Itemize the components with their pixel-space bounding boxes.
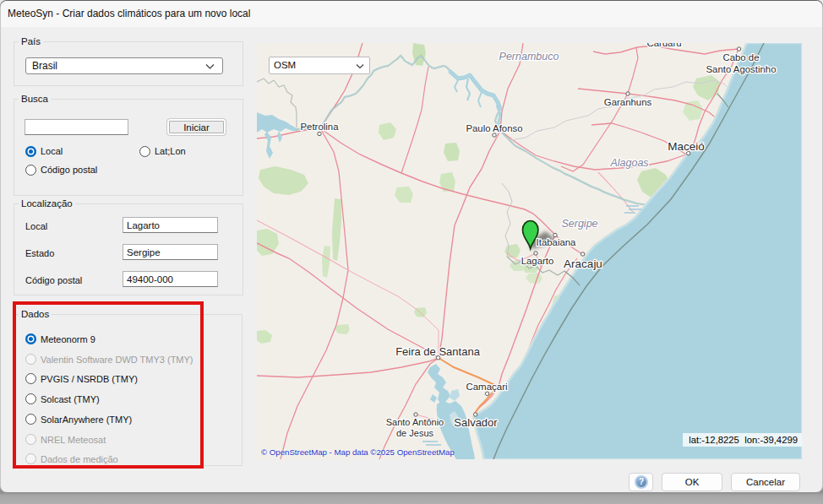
svg-text:Salvador: Salvador — [454, 416, 498, 429]
svg-text:Feira de Santana: Feira de Santana — [395, 345, 481, 358]
svg-text:Petrolina: Petrolina — [301, 122, 340, 132]
svg-text:Maceió: Maceió — [668, 140, 705, 153]
svg-text:Santo Antônio: Santo Antônio — [386, 417, 444, 427]
svg-text:Sergipe: Sergipe — [561, 218, 597, 230]
svg-text:Cabo de: Cabo de — [722, 52, 759, 62]
svg-text:Camaçari: Camaçari — [466, 382, 507, 392]
svg-text:de Jesus: de Jesus — [396, 428, 434, 438]
svg-text:Aracaju: Aracaju — [564, 257, 602, 270]
svg-text:Paulo Afonso: Paulo Afonso — [466, 123, 522, 133]
svg-text:Lagarto: Lagarto — [521, 256, 554, 266]
svg-text:Caruaru: Caruaru — [646, 43, 681, 48]
svg-text:Garanhuns: Garanhuns — [604, 97, 652, 107]
svg-text:Santo Agostinho: Santo Agostinho — [706, 64, 777, 74]
svg-text:Pernambuco: Pernambuco — [499, 51, 559, 62]
svg-text:Itabaiana: Itabaiana — [537, 237, 577, 247]
svg-text:Alagoas: Alagoas — [609, 157, 648, 169]
